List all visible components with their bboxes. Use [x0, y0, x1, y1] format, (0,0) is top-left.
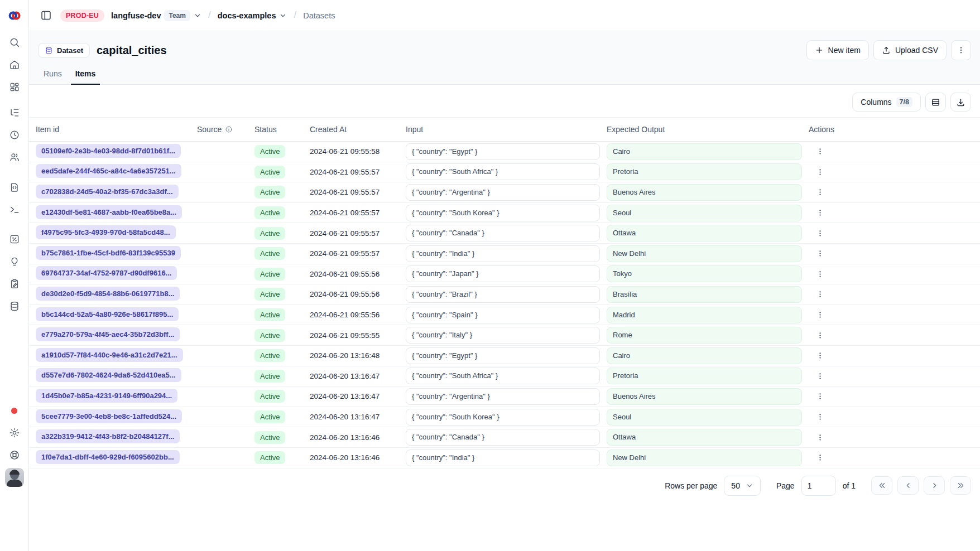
row-actions-kebab[interactable]	[812, 246, 828, 262]
expected-output-cell[interactable]: Ottawa	[607, 429, 802, 446]
page-number-input[interactable]	[801, 476, 836, 496]
input-cell[interactable]: { "country": "Argentina" }	[406, 388, 600, 405]
item-id-pill[interactable]: b75c7861-1fbe-45cf-bdf6-83f139c95539	[36, 246, 181, 260]
item-id-pill[interactable]: b5c144cd-52a5-4a80-926e-58617f895...	[36, 307, 179, 321]
row-actions-kebab[interactable]	[812, 185, 828, 200]
col-item-id[interactable]: Item id	[36, 125, 197, 134]
table-row[interactable]: a1910d57-7f84-440c-9e46-a31c2d7e21... Ac…	[29, 346, 980, 366]
input-cell[interactable]: { "country": "Japan" }	[406, 265, 600, 282]
input-cell[interactable]: { "country": "Canada" }	[406, 429, 600, 446]
row-actions-kebab[interactable]	[812, 144, 828, 160]
input-cell[interactable]: { "country": "Egypt" }	[406, 143, 600, 160]
input-cell[interactable]: { "country": "South Africa" }	[406, 163, 600, 180]
next-page-button[interactable]	[924, 476, 945, 495]
table-row[interactable]: 05109ef0-2e3b-4e03-98dd-8f7d01b61f... Ac…	[29, 142, 980, 162]
row-actions-kebab[interactable]	[812, 348, 828, 364]
col-input[interactable]: Input	[406, 125, 607, 134]
input-cell[interactable]: { "country": "Egypt" }	[406, 347, 600, 364]
datasets-icon[interactable]	[0, 295, 29, 317]
table-row[interactable]: 1f0e7da1-dbff-4e60-929d-f6095602bb... Ac…	[29, 448, 980, 468]
first-page-button[interactable]	[871, 476, 892, 495]
expected-output-cell[interactable]: Cairo	[607, 347, 802, 364]
input-cell[interactable]: { "country": "India" }	[406, 245, 600, 262]
table-row[interactable]: 1d45b0e7-b85a-4231-9149-6ff90a294... Act…	[29, 386, 980, 407]
item-id-pill[interactable]: d557e7d6-7802-4624-9da6-52d410ea5...	[36, 368, 181, 382]
tracing-icon[interactable]	[0, 102, 29, 124]
search-icon[interactable]	[0, 31, 29, 54]
expected-output-cell[interactable]: Buenos Aires	[607, 388, 802, 405]
col-status[interactable]: Status	[254, 125, 310, 134]
row-actions-kebab[interactable]	[812, 225, 828, 241]
sessions-clock-icon[interactable]	[0, 124, 29, 146]
dashboard-icon[interactable]	[0, 76, 29, 98]
langfuse-logo[interactable]	[8, 0, 21, 31]
support-icon[interactable]	[0, 444, 29, 466]
table-row[interactable]: b75c7861-1fbe-45cf-bdf6-83f139c95539 Act…	[29, 244, 980, 264]
table-row[interactable]: 69764737-34af-4752-9787-d90df9616... Act…	[29, 264, 980, 285]
item-id-pill[interactable]: eed5dafe-244f-465c-a84c-4a6e357251...	[36, 164, 181, 178]
item-id-pill[interactable]: c702838d-24d5-40a2-bf35-67dc3a3df...	[36, 185, 179, 199]
project-switcher[interactable]: docs-examples	[218, 11, 287, 20]
input-cell[interactable]: { "country": "South Korea" }	[406, 205, 600, 221]
row-height-button[interactable]	[925, 93, 946, 112]
col-source[interactable]: Source	[197, 125, 254, 134]
prompts-icon[interactable]	[0, 176, 29, 199]
input-cell[interactable]: { "country": "Argentina" }	[406, 184, 600, 201]
expected-output-cell[interactable]: New Delhi	[607, 245, 802, 262]
input-cell[interactable]: { "country": "South Korea" }	[406, 409, 600, 426]
new-item-button[interactable]: New item	[806, 40, 869, 60]
item-id-pill[interactable]: e779a270-579a-4f45-aec4-35b72d3bff...	[36, 327, 180, 341]
input-cell[interactable]: { "country": "Italy" }	[406, 327, 600, 344]
item-id-pill[interactable]: f4975c95-5fc3-4939-970d-58fa5cd48...	[36, 225, 176, 239]
table-row[interactable]: e779a270-579a-4f45-aec4-35b72d3bff... Ac…	[29, 325, 980, 346]
item-id-pill[interactable]: 5cee7779-3e00-4eb8-be8c-1affedd524...	[36, 409, 182, 423]
item-id-pill[interactable]: a322b319-9412-4f43-b8f2-b20484127f...	[36, 429, 180, 443]
home-icon[interactable]	[0, 54, 29, 76]
col-created-at[interactable]: Created At	[310, 125, 406, 134]
expected-output-cell[interactable]: Rome	[607, 327, 802, 344]
previous-page-button[interactable]	[897, 476, 919, 495]
table-row[interactable]: c702838d-24d5-40a2-bf35-67dc3a3df... Act…	[29, 182, 980, 203]
row-actions-kebab[interactable]	[812, 266, 828, 282]
row-actions-kebab[interactable]	[812, 327, 828, 343]
item-id-pill[interactable]: 1f0e7da1-dbff-4e60-929d-f6095602bb...	[36, 450, 180, 464]
expected-output-cell[interactable]: Madrid	[607, 307, 802, 323]
table-row[interactable]: f4975c95-5fc3-4939-970d-58fa5cd48... Act…	[29, 223, 980, 244]
input-cell[interactable]: { "country": "South Africa" }	[406, 368, 600, 384]
row-actions-kebab[interactable]	[812, 429, 828, 445]
tab-items[interactable]: Items	[71, 69, 100, 85]
evaluation-icon[interactable]	[0, 228, 29, 250]
table-row[interactable]: b5c144cd-52a5-4a80-926e-58617f895... Act…	[29, 305, 980, 326]
table-row[interactable]: a322b319-9412-4f43-b8f2-b20484127f... Ac…	[29, 427, 980, 448]
expected-output-cell[interactable]: New Delhi	[607, 450, 802, 466]
settings-gear-icon[interactable]	[0, 422, 29, 444]
input-cell[interactable]: { "country": "Spain" }	[406, 307, 600, 323]
input-cell[interactable]: { "country": "India" }	[406, 450, 600, 466]
columns-button[interactable]: Columns 7/8	[852, 93, 921, 112]
expected-output-cell[interactable]: Ottawa	[607, 225, 802, 241]
row-actions-kebab[interactable]	[812, 287, 828, 302]
item-id-pill[interactable]: 1d45b0e7-b85a-4231-9149-6ff90a294...	[36, 389, 177, 403]
rows-per-page-select[interactable]: 50	[724, 476, 761, 496]
last-page-button[interactable]	[950, 476, 971, 495]
breadcrumb-section[interactable]: Datasets	[303, 11, 335, 20]
users-icon[interactable]	[0, 146, 29, 168]
export-download-button[interactable]	[950, 93, 971, 112]
table-row[interactable]: eed5dafe-244f-465c-a84c-4a6e357251... Ac…	[29, 162, 980, 183]
item-id-pill[interactable]: a1910d57-7f84-440c-9e46-a31c2d7e21...	[36, 348, 183, 362]
expected-output-cell[interactable]: Buenos Aires	[607, 184, 802, 201]
user-avatar[interactable]	[0, 466, 29, 489]
row-actions-kebab[interactable]	[812, 307, 828, 323]
lightbulb-icon[interactable]	[0, 250, 29, 273]
item-id-pill[interactable]: e12430df-5e81-4687-aabb-f0ea65be8a...	[36, 205, 182, 219]
item-id-pill[interactable]: 69764737-34af-4752-9787-d90df9616...	[36, 266, 177, 280]
row-actions-kebab[interactable]	[812, 409, 828, 425]
table-row[interactable]: 5cee7779-3e00-4eb8-be8c-1affedd524... Ac…	[29, 407, 980, 428]
expected-output-cell[interactable]: Seoul	[607, 205, 802, 221]
table-row[interactable]: de30d2e0-f5d9-4854-88b6-0619771b8... Act…	[29, 284, 980, 305]
input-cell[interactable]: { "country": "Canada" }	[406, 225, 600, 241]
item-id-pill[interactable]: 05109ef0-2e3b-4e03-98dd-8f7d01b61f...	[36, 144, 181, 158]
row-actions-kebab[interactable]	[812, 164, 828, 180]
row-actions-kebab[interactable]	[812, 368, 828, 384]
col-expected-output[interactable]: Expected Output	[607, 125, 809, 134]
